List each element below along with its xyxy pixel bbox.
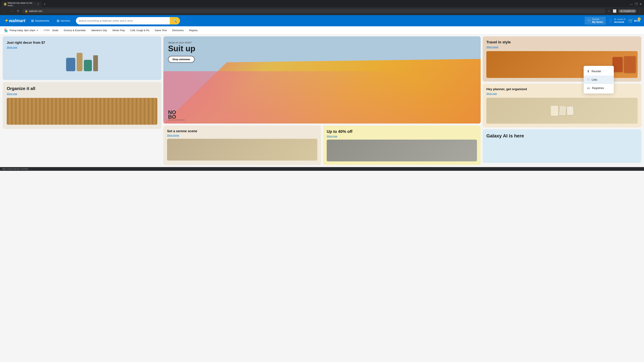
search-bar: 🔍 bbox=[76, 17, 180, 24]
swimwear-promo-card[interactable]: Vacay on your mind? Suit up Shop swimwea… bbox=[163, 36, 481, 123]
galaxy-promo-card[interactable]: Galaxy AI is here bbox=[483, 129, 641, 163]
reorder-my-items-button[interactable]: ♡ Reorder My Items bbox=[585, 17, 606, 25]
dropdown-registries-label: Registries bbox=[592, 87, 604, 90]
departments-grid-icon: ⊞ bbox=[31, 19, 34, 23]
menu-icon[interactable]: ⋮ bbox=[638, 8, 642, 13]
account-button[interactable]: 👤 Hi, Lauren D Account bbox=[608, 18, 626, 23]
galaxy-title: Galaxy AI is here bbox=[486, 133, 638, 139]
back-button[interactable]: ← bbox=[2, 8, 8, 14]
decor-title: Just right decor from $7 bbox=[7, 40, 157, 45]
header-actions: ♡ Reorder My Items 👤 Hi, Lauren D Accoun… bbox=[585, 17, 640, 25]
nav-link-valentines[interactable]: Valentine's Day bbox=[88, 26, 110, 34]
refresh-button[interactable]: ↻ bbox=[16, 8, 21, 14]
organize-shop-link[interactable]: Shop now bbox=[7, 92, 157, 95]
travel-promo-card[interactable]: Travel in style Shop travel bbox=[483, 36, 641, 82]
profile-icon[interactable]: ⬜ bbox=[612, 8, 617, 13]
reorder-label: Reorder bbox=[592, 18, 603, 20]
serene-shop-link[interactable]: Shop home bbox=[167, 134, 317, 137]
nav-link-game[interactable]: Game Time bbox=[152, 26, 170, 34]
incognito-label: Incognito (3) bbox=[623, 10, 634, 12]
account-icon: 👤 bbox=[608, 18, 613, 23]
minimize-icon[interactable]: — bbox=[629, 2, 634, 7]
tab-favicon: W bbox=[4, 3, 6, 5]
nav-link-grocery[interactable]: Grocery & Essentials bbox=[61, 26, 88, 34]
sale-promo-card[interactable]: Up to 40% off Shop now bbox=[323, 125, 481, 165]
incognito-badge[interactable]: 🕵 Incognito (3) bbox=[618, 9, 636, 13]
walmart-spark-icon: ✦ bbox=[4, 18, 8, 23]
nav-link-winter[interactable]: Winter Prep bbox=[110, 26, 128, 34]
nav-link-registry[interactable]: Registry bbox=[186, 26, 200, 34]
zipcode-label: 07094 bbox=[42, 29, 50, 31]
bookmark-icon[interactable]: ☆ bbox=[607, 8, 611, 13]
cart-button[interactable]: 🛒 0 $0.00 bbox=[628, 18, 640, 23]
cart-count-badge: 0 bbox=[638, 17, 641, 20]
pickup-label: Pickup today, 9pm-10pm bbox=[10, 29, 36, 32]
nobo-brand-logo: NOBO bbox=[168, 110, 185, 119]
planner-promo-card[interactable]: Hey planner, get organized Shop now bbox=[483, 84, 641, 127]
travel-title: Travel in style bbox=[486, 40, 638, 44]
search-input[interactable] bbox=[76, 17, 170, 24]
incognito-icon: 🕵 bbox=[620, 10, 623, 12]
planner-title: Hey planner, get organized bbox=[486, 87, 638, 91]
search-button[interactable]: 🔍 bbox=[170, 17, 180, 24]
nobo-brand-sub: NO BOUNDARIES bbox=[168, 119, 185, 121]
reorder-dropdown-icon: ⬆ bbox=[587, 69, 590, 73]
departments-label: Departments bbox=[35, 19, 49, 22]
browser-status-bar: https://www.walmart.com/lists bbox=[0, 167, 644, 171]
close-window-icon[interactable]: ✕ bbox=[639, 2, 643, 7]
dropdown-lists-label: Lists bbox=[592, 78, 597, 81]
organize-title: Organize it all bbox=[7, 86, 157, 91]
decor-promo-card[interactable]: Just right decor from $7 Shop now bbox=[3, 36, 161, 80]
dropdown-reorder-item[interactable]: ⬆ Reorder bbox=[584, 67, 614, 76]
address-bar[interactable]: 🔒 walmart.com bbox=[22, 9, 606, 13]
account-greeting: Hi, Lauren D bbox=[614, 18, 626, 20]
cart-icon: 🛒 bbox=[628, 18, 634, 23]
planner-shop-link[interactable]: Shop now bbox=[486, 92, 638, 95]
walmart-header: ✦ walmart ⊞ Departments ⊞ Services 🔍 ♡ R… bbox=[0, 15, 644, 26]
dropdown-reorder-label: Reorder bbox=[592, 70, 601, 73]
account-main: Account bbox=[614, 20, 626, 23]
tab-close-btn[interactable]: × bbox=[38, 3, 39, 6]
walmart-logo[interactable]: ✦ walmart bbox=[4, 18, 25, 23]
serene-title: Set a serene scene bbox=[167, 129, 317, 133]
pickup-button[interactable]: 🏪 Pickup today, 9pm-10pm ▾ bbox=[3, 28, 41, 32]
maximize-icon[interactable]: ❐ bbox=[634, 2, 638, 7]
reorder-main: My Items bbox=[592, 20, 603, 23]
nav-link-cold[interactable]: Cold, Cough & Flu bbox=[128, 26, 152, 34]
new-tab-button[interactable]: + bbox=[42, 2, 47, 7]
services-button[interactable]: ⊞ Services bbox=[55, 18, 72, 24]
organize-promo-card[interactable]: Organize it all Shop now bbox=[3, 82, 161, 129]
nav-link-electronics[interactable]: Electronics bbox=[170, 26, 186, 34]
departments-button[interactable]: ⊞ Departments bbox=[29, 18, 51, 24]
nav-link-deals[interactable]: Deals bbox=[50, 26, 61, 34]
services-label: Services bbox=[60, 19, 70, 22]
lock-icon: 🔒 bbox=[25, 10, 28, 12]
tab-title: Walmart has deals on the most... bbox=[8, 2, 35, 7]
search-icon: 🔍 bbox=[173, 19, 177, 23]
secondary-nav: 🏪 Pickup today, 9pm-10pm ▾ 07094 Deals G… bbox=[0, 26, 644, 34]
sale-shop-link[interactable]: Shop now bbox=[327, 135, 477, 138]
walmart-logo-text: walmart bbox=[9, 18, 25, 23]
serene-promo-card[interactable]: Set a serene scene Shop home bbox=[163, 125, 321, 165]
swimwear-subtitle: Vacay on your mind? bbox=[168, 41, 476, 44]
swimwear-title: Suit up bbox=[168, 44, 476, 53]
heart-icon: ♡ bbox=[587, 18, 591, 23]
dropdown-registries-item[interactable]: 🗂 Registries bbox=[584, 84, 614, 92]
store-icon: 🏪 bbox=[4, 28, 8, 32]
services-grid-icon: ⊞ bbox=[57, 19, 60, 23]
lists-dropdown-icon: ♡ bbox=[587, 78, 590, 82]
travel-shop-link[interactable]: Shop travel bbox=[486, 46, 638, 48]
dropdown-lists-item[interactable]: ♡ Lists bbox=[584, 76, 614, 84]
browser-tab-active[interactable]: W Walmart has deals on the most... × bbox=[1, 1, 42, 7]
sale-title: Up to 40% off bbox=[327, 129, 477, 134]
nav-links: Deals Grocery & Essentials Valentine's D… bbox=[50, 26, 200, 34]
forward-button[interactable]: → bbox=[9, 8, 14, 14]
address-url: walmart.com bbox=[29, 10, 42, 12]
decor-shop-link[interactable]: Shop now bbox=[7, 46, 157, 49]
pickup-chevron-icon: ▾ bbox=[37, 29, 38, 32]
reorder-dropdown-menu: ⬆ Reorder ♡ Lists 🗂 Registries bbox=[584, 66, 614, 93]
registries-dropdown-icon: 🗂 bbox=[587, 86, 590, 90]
status-url: https://www.walmart.com/lists bbox=[2, 168, 28, 170]
shop-swimwear-button[interactable]: Shop swimwear bbox=[168, 56, 194, 63]
